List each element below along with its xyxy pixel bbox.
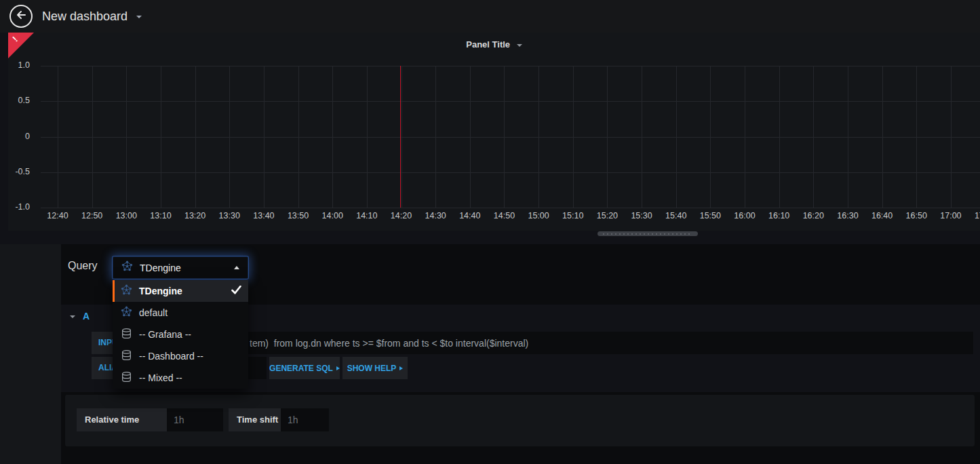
error-exclamation-icon: ! <box>10 35 20 44</box>
generate-sql-button[interactable]: GENERATE SQL <box>269 357 340 379</box>
database-icon <box>121 328 132 341</box>
database-icon <box>121 349 132 363</box>
gridline <box>298 66 299 208</box>
collapse-caret-icon <box>70 315 75 318</box>
chevron-up-icon <box>234 266 239 269</box>
datasource-option-label: default <box>139 307 241 318</box>
gridline <box>161 66 161 208</box>
panel-title-text: Panel Title <box>466 39 510 50</box>
x-axis-tick-label: 15:20 <box>592 211 622 220</box>
x-axis-tick-label: 13:50 <box>283 211 313 220</box>
x-axis-tick-label: 15:00 <box>524 211 553 220</box>
check-icon <box>231 286 241 296</box>
x-axis-tick-label: 15:40 <box>661 211 691 220</box>
gridline <box>264 66 264 208</box>
gridline <box>58 66 58 208</box>
gridline <box>745 66 745 208</box>
gridline <box>916 66 917 208</box>
gridline <box>126 66 127 208</box>
gridline <box>435 66 436 208</box>
datasource-selected-value: TDengine <box>140 263 234 273</box>
top-navbar: New dashboard <box>0 0 980 33</box>
dashboard-title-text: New dashboard <box>42 9 128 23</box>
x-axis-tick-label: 14:50 <box>489 211 519 220</box>
triangle-right-icon <box>336 366 340 370</box>
datasource-option[interactable]: -- Grafana -- <box>113 324 248 345</box>
gridline <box>195 66 196 208</box>
query-ref-id: A <box>83 311 90 322</box>
editor-footer-strip <box>61 446 980 464</box>
gridline <box>882 66 883 208</box>
datasource-option[interactable]: -- Mixed -- <box>113 367 248 389</box>
gridline <box>41 66 980 66</box>
x-axis-tick-label: 15:30 <box>627 211 656 220</box>
datasource-select[interactable]: TDengine <box>113 256 248 279</box>
gridline <box>538 66 539 208</box>
x-axis-tick-label: 13:00 <box>111 211 141 220</box>
chevron-down-icon <box>136 16 142 18</box>
tdengine-icon <box>121 284 132 298</box>
datasource-option-label: -- Mixed -- <box>139 372 241 383</box>
y-axis-tick-label: -1.0 <box>8 202 30 212</box>
x-axis-tick-label: 16:00 <box>730 211 760 220</box>
gridline <box>332 66 333 208</box>
query-section-label: Query <box>68 260 98 272</box>
x-axis-tick-label: 15:10 <box>558 211 588 220</box>
tdengine-icon <box>121 260 133 275</box>
datasource-option-label: TDengine <box>139 286 231 296</box>
x-axis-tick-label: 14:20 <box>387 211 416 220</box>
gridline <box>41 172 980 173</box>
panel-resize-handle[interactable] <box>597 231 698 236</box>
dashboard-title[interactable]: New dashboard <box>42 0 142 33</box>
x-axis-tick-label: 16:20 <box>798 211 828 220</box>
gridline <box>229 66 230 208</box>
panel-title-menu[interactable]: Panel Title <box>8 39 980 50</box>
y-axis-tick-label: 0 <box>8 132 30 141</box>
datasource-option-label: -- Dashboard -- <box>139 351 241 362</box>
y-axis-tick-label: 0.5 <box>8 96 30 105</box>
gridline <box>470 66 471 208</box>
gridline <box>710 66 711 208</box>
x-axis-tick-label: 13:40 <box>249 211 279 220</box>
x-axis-tick-label: 12:50 <box>77 211 107 220</box>
gridline <box>642 66 642 208</box>
x-axis-tick-label: 13:20 <box>180 211 210 220</box>
x-axis-tick-label: 17:10 <box>971 211 980 220</box>
gridline <box>676 66 677 208</box>
datasource-option[interactable]: TDengine <box>113 280 248 302</box>
database-icon <box>121 371 132 385</box>
x-axis-tick-label: 15:50 <box>695 211 725 220</box>
x-axis-tick-label: 16:40 <box>867 211 897 220</box>
datasource-option[interactable]: default <box>113 302 248 324</box>
query-row-header[interactable]: A <box>70 311 90 322</box>
chevron-down-icon <box>517 44 522 47</box>
datasource-dropdown-menu: TDenginedefault-- Grafana ---- Dashboard… <box>113 280 248 389</box>
gridline <box>41 137 980 138</box>
x-axis-tick-label: 16:10 <box>764 211 794 220</box>
x-axis-tick-label: 14:30 <box>420 211 450 220</box>
y-axis-tick-label: -0.5 <box>8 167 30 176</box>
back-button[interactable] <box>9 5 33 28</box>
datasource-option[interactable]: -- Dashboard -- <box>113 345 248 367</box>
gridline <box>367 66 368 208</box>
x-axis-tick-label: 12:40 <box>43 211 73 220</box>
gridline <box>813 66 814 208</box>
gridline <box>92 66 93 208</box>
relative-time-input[interactable] <box>167 408 223 431</box>
sql-input[interactable] <box>169 332 973 354</box>
x-axis-tick-label: 16:50 <box>901 211 931 220</box>
x-axis-tick-label: 14:00 <box>317 211 347 220</box>
gridline <box>41 101 980 102</box>
gridline <box>951 66 952 208</box>
show-help-button[interactable]: SHOW HELP <box>342 357 408 379</box>
relative-time-label: Relative time <box>77 408 167 431</box>
annotation-vline <box>400 66 401 208</box>
gridline <box>504 66 505 208</box>
time-shift-input[interactable] <box>281 408 329 431</box>
gridline <box>401 66 402 208</box>
gridline <box>41 208 980 208</box>
x-axis-tick-label: 13:10 <box>146 211 176 220</box>
gridline <box>573 66 574 208</box>
graph-panel: ! Panel Title 1.00.50-0.5-1.012:4012:501… <box>8 33 980 231</box>
generate-sql-label: GENERATE SQL <box>269 364 333 373</box>
